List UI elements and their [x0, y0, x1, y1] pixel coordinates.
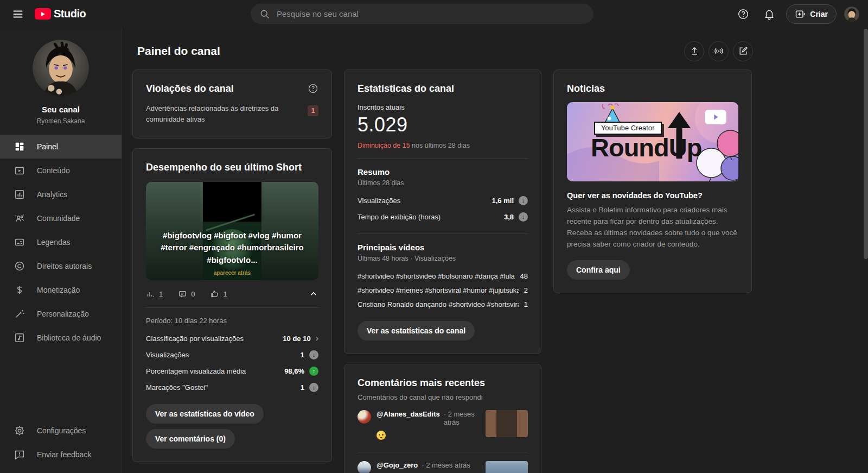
- commenter-avatar[interactable]: [358, 461, 371, 473]
- top-videos-subtitle: Últimas 48 horas · Visualizações: [358, 255, 528, 262]
- short-caption: #bigfootvlog #bigfoot #vlog #humor #terr…: [155, 230, 310, 267]
- news-banner[interactable]: YouTube Creator RoundUp: [567, 102, 738, 181]
- comment-time: · 2 meses atrás: [422, 461, 470, 469]
- live-icon: [713, 46, 724, 56]
- down-arrow-indicator: ↓: [309, 383, 318, 392]
- chevron-up-icon: [309, 289, 318, 299]
- sidebar-item-conteudo[interactable]: Conteúdo: [0, 159, 122, 182]
- sidebar: Seu canal Ryomen Sakana Painel Conteúdo: [0, 28, 122, 473]
- sidebar-item-label: Personalização: [37, 310, 89, 318]
- down-arrow-indicator: ↓: [309, 350, 318, 360]
- channel-avatar[interactable]: [33, 40, 89, 96]
- recent-comments-card: Comentários mais recentes Comentários do…: [344, 364, 541, 473]
- summary-row-watch-time: Tempo de exibição (horas) 3,8 ↓: [358, 209, 528, 225]
- collapse-card-button[interactable]: [309, 289, 318, 299]
- sidebar-item-label: Conteúdo: [37, 166, 70, 175]
- sidebar-item-biblioteca[interactable]: Biblioteca de áudio: [0, 326, 122, 350]
- scrollbar-thumb[interactable]: [864, 29, 868, 259]
- subscribers-delta-negative: Diminuição de 15: [358, 142, 410, 149]
- short-period: Período: 10 dias 22 horas: [146, 317, 318, 325]
- video-analytics-button[interactable]: Ver as estatísticas do vídeo: [146, 404, 264, 424]
- main-header: Painel do canal: [132, 41, 868, 61]
- search-input[interactable]: [277, 9, 585, 18]
- channel-analytics-button[interactable]: Ver as estatísticas do canal: [358, 321, 475, 340]
- main-content: Painel do canal: [122, 28, 868, 473]
- comment-time: · 2 meses atrás: [444, 410, 480, 426]
- comment-item[interactable]: @Alanes_dasEdits · 2 meses atrás: [358, 410, 528, 443]
- sidebar-item-configuracoes[interactable]: Configurações: [0, 419, 122, 443]
- check-here-button[interactable]: Confira aqui: [567, 260, 630, 280]
- short-metric-row-ranking[interactable]: Classificação por visualizações 10 de 10…: [146, 330, 318, 346]
- commenter-avatar[interactable]: [358, 410, 371, 424]
- studio-logo[interactable]: Studio: [35, 8, 86, 20]
- help-icon[interactable]: [308, 83, 318, 94]
- short-metric-row-likes: Marcações "Gostei" 1 ↓: [146, 379, 318, 395]
- comment-video-thumbnail[interactable]: [486, 461, 528, 473]
- top-video-row[interactable]: #shortvideo #memes #shortsviral #humor #…: [358, 283, 528, 297]
- short-stats-row: 1 0 1: [146, 289, 318, 299]
- short-comments-count: 0: [191, 290, 195, 298]
- short-card-title: Desempenho do seu último Short: [146, 162, 318, 173]
- community-icon: [13, 212, 26, 225]
- topbar-actions: Criar: [734, 4, 859, 24]
- sidebar-item-direitos[interactable]: Direitos autorais: [0, 254, 122, 278]
- create-button[interactable]: Criar: [786, 4, 837, 24]
- down-arrow-indicator: ↓: [519, 212, 528, 222]
- short-caption-subtext: aparecer atrás: [146, 270, 318, 276]
- channel-avatar-image: [33, 40, 89, 96]
- sidebar-item-label: Configurações: [37, 426, 86, 435]
- scrollbar[interactable]: [863, 29, 868, 473]
- monetization-icon: [13, 283, 26, 297]
- create-button-label: Criar: [810, 10, 828, 18]
- short-likes-count: 1: [223, 290, 227, 298]
- captions-icon: [13, 236, 26, 249]
- comment-video-thumbnail[interactable]: [486, 410, 528, 437]
- menu-button[interactable]: [9, 5, 27, 23]
- sidebar-item-legendas[interactable]: Legendas: [0, 230, 122, 254]
- subscribers-delta: Diminuição de 15 nos últimos 28 dias: [358, 142, 528, 149]
- channel-header: Seu canal Ryomen Sakana: [0, 40, 122, 125]
- sidebar-item-label: Analytics: [37, 190, 67, 199]
- short-thumbnail[interactable]: #bigfootvlog #bigfoot #vlog #humor #terr…: [146, 182, 318, 280]
- latest-short-card: Desempenho do seu último Short #bigfootv…: [132, 148, 332, 462]
- sidebar-item-feedback[interactable]: Enviar feedback: [0, 443, 122, 466]
- comments-subtitle: Comentários do canal que não respondi: [358, 393, 528, 401]
- news-card: Notícias: [553, 70, 752, 293]
- analytics-icon: [13, 188, 26, 201]
- page-title: Painel do canal: [137, 45, 220, 58]
- hamburger-icon: [12, 8, 24, 20]
- edit-button[interactable]: [733, 41, 753, 61]
- violations-text: Advertências relacionadas às diretrizes …: [146, 103, 280, 125]
- likes-count-icon: [210, 289, 219, 299]
- top-video-row[interactable]: Cristiano Ronaldo dançando #shortvideo #…: [358, 297, 528, 311]
- topbar: Studio Criar: [0, 0, 868, 28]
- copyright-icon: [13, 260, 26, 273]
- violations-count-badge[interactable]: 1: [308, 105, 318, 116]
- up-arrow-indicator: ↑: [309, 367, 318, 376]
- sidebar-item-analytics[interactable]: Analytics: [0, 182, 122, 206]
- studio-logo-text: Studio: [54, 8, 86, 20]
- settings-icon: [13, 424, 26, 437]
- commenter-username[interactable]: @Alanes_dasEdits: [376, 410, 440, 418]
- summary-period: Últimos 28 dias: [358, 179, 528, 187]
- sidebar-item-personalizacao[interactable]: Personalização: [0, 302, 122, 326]
- view-comments-button[interactable]: Ver comentários (0): [146, 429, 235, 449]
- commenter-username[interactable]: @Gojo_zero: [376, 461, 418, 469]
- account-avatar[interactable]: [844, 7, 859, 22]
- top-video-row[interactable]: #shortvideo #shortsvideo #bolsonaro #dan…: [358, 269, 528, 283]
- news-headline: Quer ver as novidades do YouTube?: [567, 191, 738, 200]
- search-bar[interactable]: [251, 4, 593, 24]
- comments-title: Comentários mais recentes: [358, 377, 528, 389]
- comment-text: [376, 431, 480, 443]
- help-button[interactable]: [734, 5, 752, 23]
- sidebar-item-monetizacao[interactable]: Monetização: [0, 278, 122, 302]
- summary-title: Resumo: [358, 167, 528, 176]
- notifications-button[interactable]: [760, 5, 778, 23]
- sidebar-item-comunidade[interactable]: Comunidade: [0, 206, 122, 230]
- comment-item[interactable]: @Gojo_zero · 2 meses atrás OQUE É A PRIN…: [358, 461, 528, 473]
- content-icon: [13, 164, 26, 177]
- sidebar-item-painel[interactable]: Painel: [0, 135, 122, 159]
- upload-video-button[interactable]: [684, 41, 704, 61]
- go-live-button[interactable]: [709, 41, 729, 61]
- sidebar-item-label: Legendas: [37, 238, 71, 247]
